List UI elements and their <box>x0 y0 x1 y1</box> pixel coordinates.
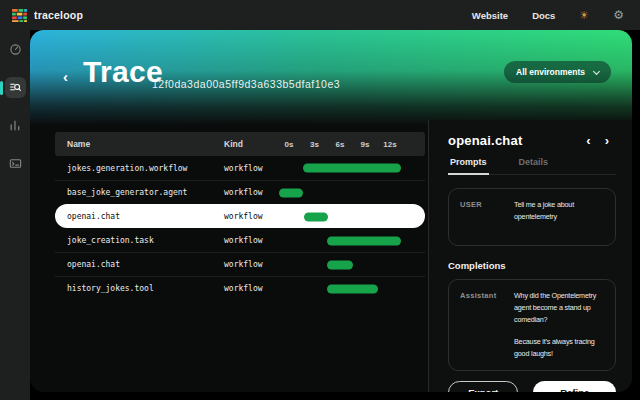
span-kind: workflow <box>224 236 276 245</box>
topbar-link-docs[interactable]: Docs <box>532 10 555 21</box>
traceloop-logo[interactable]: traceloop <box>12 9 83 22</box>
span-timeline-cell <box>276 181 406 204</box>
span-kind: workflow <box>224 260 276 269</box>
table-row[interactable]: openai.chatworkflow <box>55 204 425 228</box>
span-table-body: jokes.generation.workflowworkflowbase_jo… <box>55 156 425 300</box>
timeline-tick: 0s <box>285 140 294 149</box>
completions-section: AssistantWhy did the Opentelemetry agent… <box>448 271 616 371</box>
refine-button[interactable]: Refine <box>533 381 616 392</box>
trace-search-icon <box>9 81 22 94</box>
span-duration-bar <box>327 236 401 245</box>
traceloop-logo-icon <box>12 9 27 22</box>
column-header-name: Name <box>55 139 224 149</box>
sidebar-item-dashboard[interactable] <box>5 39 26 60</box>
span-timeline-cell <box>276 156 406 180</box>
span-name: jokes.generation.workflow <box>55 164 224 173</box>
gauge-icon <box>9 43 22 56</box>
environment-selector[interactable]: All environments <box>504 61 611 83</box>
timeline-tick: 6s <box>336 140 345 149</box>
span-name: base_joke_generator.agent <box>55 188 224 197</box>
icon-sidebar <box>0 30 30 400</box>
span-title: openai.chat <box>448 133 579 148</box>
table-row[interactable]: jokes.generation.workflowworkflow <box>55 156 425 180</box>
message-card: USERTell me a joke about opentelemetry <box>448 188 616 246</box>
table-row[interactable]: joke_creation.taskworkflow <box>55 228 425 252</box>
panel-header: openai.chat ‹ › <box>448 133 616 148</box>
span-name: openai.chat <box>55 260 224 269</box>
brand-name: traceloop <box>34 9 83 21</box>
chevron-down-icon <box>593 67 600 74</box>
span-duration-bar <box>304 212 328 221</box>
span-kind: workflow <box>224 188 276 197</box>
span-table-header: Name Kind 0s3s6s9s12s <box>55 132 425 156</box>
message-role: Assistant <box>460 290 504 360</box>
settings-gear-icon[interactable]: ⚙ <box>613 9 624 21</box>
bar-chart-icon <box>9 119 22 132</box>
table-row[interactable]: openai.chatworkflow <box>55 252 425 276</box>
previous-span-icon[interactable]: ‹ <box>579 134 597 147</box>
span-timeline-cell <box>276 253 406 276</box>
span-kind: workflow <box>224 212 276 221</box>
next-span-icon[interactable]: › <box>598 134 616 147</box>
topbar-link-website[interactable]: Website <box>472 10 508 21</box>
back-chevron-icon[interactable]: ‹ <box>63 69 68 84</box>
span-duration-bar <box>279 188 303 197</box>
span-timeline-cell <box>276 229 406 252</box>
timeline-tick: 9s <box>361 140 370 149</box>
span-timeline-cell <box>276 205 406 228</box>
span-table: Name Kind 0s3s6s9s12s jokes.generation.w… <box>55 132 425 300</box>
sidebar-item-console[interactable] <box>5 153 26 174</box>
span-name: openai.chat <box>55 212 224 221</box>
span-name: history_jokes.tool <box>55 284 224 293</box>
message-paragraph: Because it's always tracing good laughs! <box>514 336 604 360</box>
main-window: ‹ Trace 12f0da3da00a5ff9d3a633b5dfaf10e3… <box>30 30 632 392</box>
table-row[interactable]: history_jokes.toolworkflow <box>55 276 425 300</box>
environment-selector-label: All environments <box>516 67 585 77</box>
tab-details[interactable]: Details <box>517 157 551 174</box>
span-kind: workflow <box>224 164 276 173</box>
span-kind: workflow <box>224 284 276 293</box>
span-detail-panel: openai.chat ‹ › PromptsDetails USERTell … <box>428 120 632 392</box>
completions-heading: Completions <box>448 260 616 271</box>
topbar-links: WebsiteDocs☀⚙ <box>472 9 624 21</box>
message-paragraph: Why did the Opentelemetry agent become a… <box>514 290 604 327</box>
message-role: USER <box>460 199 504 235</box>
span-name: joke_creation.task <box>55 236 224 245</box>
tab-prompts[interactable]: Prompts <box>448 157 489 175</box>
page-title: Trace <box>83 55 163 89</box>
message-card: AssistantWhy did the Opentelemetry agent… <box>448 279 616 371</box>
sidebar-item-metrics[interactable] <box>5 115 26 136</box>
timeline-tick: 3s <box>310 140 319 149</box>
message-text: Tell me a joke about opentelemetry <box>514 199 604 235</box>
span-duration-bar <box>327 260 353 269</box>
export-button[interactable]: Export <box>448 381 518 392</box>
hero-content: ‹ Trace 12f0da3da00a5ff9d3a633b5dfaf10e3… <box>30 30 632 126</box>
sidebar-item-traces[interactable] <box>5 77 26 98</box>
panel-actions: Export Refine <box>448 371 616 392</box>
table-row[interactable]: base_joke_generator.agentworkflow <box>55 180 425 204</box>
trace-id: 12f0da3da00a5ff9d3a633b5dfaf10e3 <box>152 78 340 90</box>
panel-tabs: PromptsDetails <box>448 157 616 175</box>
column-header-kind: Kind <box>224 139 276 149</box>
timeline-tick: 12s <box>383 140 396 149</box>
message-text: Why did the Opentelemetry agent become a… <box>514 290 604 360</box>
top-bar: traceloop WebsiteDocs☀⚙ <box>0 0 640 30</box>
prompts-section: USERTell me a joke about opentelemetry <box>448 175 616 246</box>
timeline-axis: 0s3s6s9s12s <box>276 132 406 156</box>
span-duration-bar <box>327 284 378 293</box>
terminal-icon <box>9 157 22 170</box>
span-timeline-cell <box>276 277 406 300</box>
span-duration-bar <box>303 164 401 173</box>
theme-sun-icon[interactable]: ☀ <box>579 10 589 21</box>
